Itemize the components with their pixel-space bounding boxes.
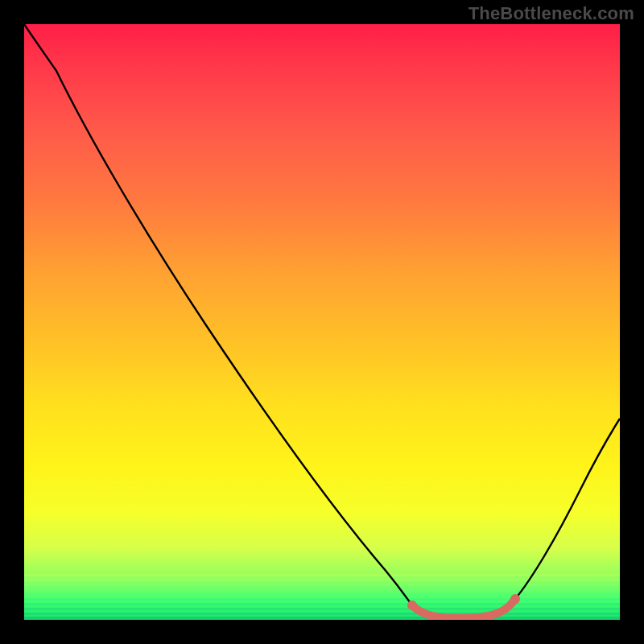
watermark-text: TheBottleneck.com [469,3,634,24]
plot-area [24,24,620,620]
bottleneck-curve-left [24,24,412,605]
highlight-end-dot [510,594,520,604]
bottleneck-curve-right [515,419,620,599]
curve-svg [24,24,620,620]
chart-frame: TheBottleneck.com [0,0,644,644]
highlight-segment [412,599,515,618]
highlight-start-dot [407,601,417,610]
